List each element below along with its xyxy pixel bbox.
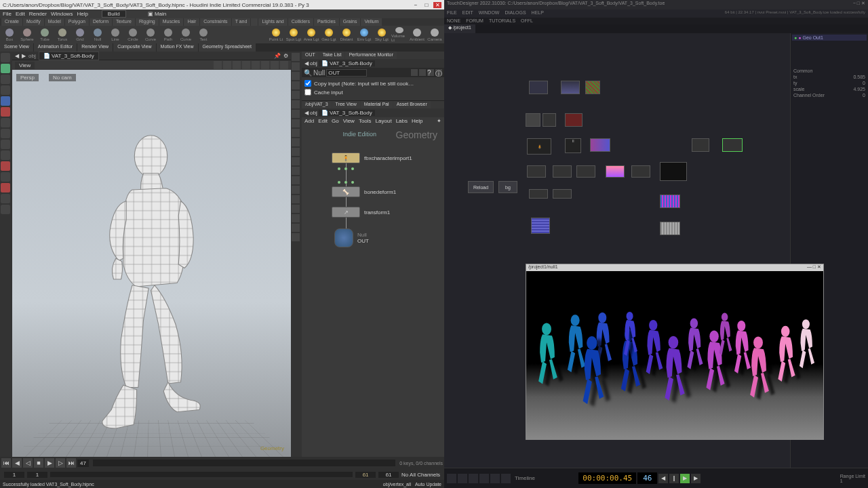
range-end[interactable]: 61 (378, 472, 399, 478)
timeline-track[interactable] (93, 460, 395, 466)
display-opt-icon[interactable] (292, 148, 300, 156)
np-menu-view[interactable]: View (343, 118, 355, 125)
brush-tool-icon[interactable] (1, 129, 10, 138)
persp-label[interactable]: Persp (16, 74, 39, 81)
node-fbxcharacterimport[interactable]: 🧍fbxcharacterimport1 (332, 152, 412, 163)
td-menu-edit[interactable]: EDIT (462, 10, 473, 17)
tool-torus[interactable]: Torus (54, 27, 71, 42)
td-node[interactable] (527, 165, 546, 178)
shelf-tab[interactable]: Grains (340, 18, 361, 26)
param-common[interactable]: Common (792, 68, 867, 74)
shelf-tab[interactable]: Texture (113, 18, 135, 26)
node-bonedeform[interactable]: 🦴bonedeform1 (332, 186, 396, 197)
tab-anim-editor[interactable]: Animation Editor (34, 43, 77, 52)
menu-file[interactable]: File (3, 11, 12, 17)
range-track[interactable] (50, 472, 353, 477)
tab-motionfx[interactable]: Motion FX View (157, 43, 198, 52)
shelf-tab[interactable]: Muscles (159, 18, 184, 26)
param-icon[interactable] (411, 69, 418, 76)
desktop-dropdown[interactable]: ▣ Main (148, 11, 167, 17)
node-transform[interactable]: ↗transform1 (332, 207, 390, 218)
vp-icon[interactable] (214, 61, 222, 69)
td-node[interactable] (561, 81, 580, 94)
np-menu-help[interactable]: Help (412, 118, 422, 125)
handle-tool-icon[interactable] (1, 118, 10, 127)
tool-spotlight[interactable]: Spot Lgt (285, 27, 302, 42)
np-menu-labs[interactable]: Labs (396, 118, 408, 125)
tool-icon[interactable] (1, 172, 10, 182)
td-tl-icon[interactable] (447, 474, 456, 483)
shelf-tab[interactable]: Create (1, 18, 22, 26)
vp-icon[interactable] (280, 61, 288, 69)
nav-fwd-icon[interactable]: ▶ (22, 53, 26, 59)
display-opt-icon[interactable] (292, 53, 300, 61)
step-back-icon[interactable]: ◀ (658, 474, 668, 483)
search-icon[interactable]: 🔍 (304, 69, 312, 77)
window-max-icon[interactable]: □ (422, 2, 431, 8)
nav-back-icon[interactable]: ◀ (15, 53, 19, 59)
tool-pointlight[interactable]: Point Lt (268, 27, 284, 42)
display-opt-icon[interactable] (292, 214, 300, 222)
range-value[interactable]: 1 (840, 479, 865, 483)
gear-icon[interactable]: ⚙ (283, 53, 288, 59)
nocam-label[interactable]: No cam (49, 74, 76, 81)
display-opt-icon[interactable] (292, 205, 300, 213)
display-opt-icon[interactable] (292, 138, 300, 146)
pose-tool-icon[interactable] (1, 107, 10, 117)
tool-line[interactable]: Line (107, 27, 123, 42)
rotate-tool-icon[interactable] (1, 85, 10, 95)
td-node[interactable] (631, 165, 650, 178)
move-tool-icon[interactable] (1, 75, 10, 84)
np-tab[interactable]: Tree View (332, 101, 360, 108)
td-node[interactable] (526, 113, 540, 127)
misc-tool-icon[interactable] (1, 150, 10, 160)
display-opt-icon[interactable] (292, 119, 300, 127)
td-node[interactable]: ⏸ (565, 138, 581, 153)
td-node[interactable] (553, 189, 572, 199)
td-node[interactable] (606, 165, 625, 178)
td-node-selected[interactable] (722, 138, 743, 152)
tool-camera[interactable]: Camera (427, 27, 443, 42)
td-link-offl[interactable]: OFFL (521, 18, 533, 24)
display-opt-icon[interactable] (292, 176, 300, 184)
td-node[interactable] (529, 81, 548, 94)
pane-header[interactable]: ●● Geo Out1 (792, 35, 867, 41)
nav-back-icon[interactable]: ◀ (304, 60, 309, 66)
view-label[interactable]: View (15, 62, 35, 69)
copy-input-checkbox[interactable]: Copy input (Note: input will be still co… (304, 80, 441, 87)
all-channels-label[interactable]: No All Channels (401, 472, 440, 478)
display-opt-icon[interactable] (292, 100, 300, 108)
sel-mode[interactable]: obj/vertex_all (383, 482, 411, 487)
pin-icon[interactable]: 📌 (274, 53, 281, 59)
td-menu-dialogs[interactable]: DIALOGS (505, 10, 526, 17)
np-tab[interactable]: Asset Browser (393, 101, 431, 108)
tab-geo-spread[interactable]: Geometry Spreadsheet (199, 43, 256, 52)
display-opt-icon[interactable] (292, 167, 300, 175)
display-opt-icon[interactable] (292, 129, 300, 137)
help-icon[interactable]: ? (427, 69, 434, 76)
tool-icon[interactable] (1, 205, 10, 214)
tool-skylight[interactable]: Sky Lgt (374, 27, 390, 42)
param-icon[interactable] (419, 69, 426, 76)
tab-perfmon[interactable]: Performance Monitor (345, 52, 396, 59)
3d-viewport[interactable]: Persp No cam (12, 70, 291, 457)
tool-volumelight[interactable]: Volume Lt (391, 27, 408, 42)
td-network-canvas[interactable]: 🧍 ⏸ Reload bg /project1/null1 — □ ✕ (444, 33, 790, 468)
tool-arealight[interactable]: Area Lgt (303, 27, 319, 42)
range-start[interactable]: 1 (4, 472, 24, 478)
path-field[interactable]: 📄 VAT_3_Soft-Body (39, 52, 99, 60)
menu-help[interactable]: Help (77, 11, 87, 17)
np-menu-add[interactable]: Add (304, 118, 314, 125)
node-out-null[interactable]: NullOUT (334, 228, 369, 247)
tool-grid[interactable]: Grid (72, 27, 88, 42)
np-menu-edit[interactable]: Edit (318, 118, 328, 125)
td-node[interactable] (660, 222, 680, 235)
display-opt-icon[interactable] (292, 110, 300, 118)
current-frame[interactable]: 47 (77, 460, 89, 467)
np-menu-tools[interactable]: Tools (359, 118, 372, 125)
tab-takelist[interactable]: Take List (319, 52, 345, 59)
window-min-icon[interactable]: − (412, 2, 420, 8)
display-opt-icon[interactable] (292, 233, 300, 241)
stop-icon[interactable]: ■ (34, 458, 43, 468)
record-tool-icon[interactable] (1, 161, 10, 171)
